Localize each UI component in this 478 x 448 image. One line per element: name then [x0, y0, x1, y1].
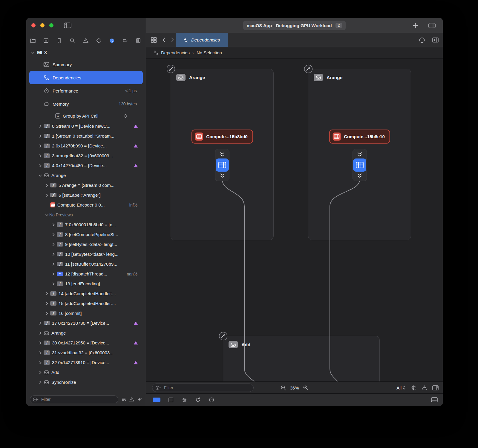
- tree-row[interactable]: ƒ31 vvaddfloat32 = [0x600003...: [26, 348, 146, 358]
- tree-row[interactable]: ƒ1 [Stream 0 setLabel:"Stream...: [26, 131, 146, 141]
- tab-dependencies[interactable]: Dependencies: [176, 33, 228, 47]
- sidebar-filter-field[interactable]: [30, 395, 118, 403]
- disclosure-toggle[interactable]: [44, 193, 49, 197]
- breakpoint-navigator-icon[interactable]: [121, 38, 129, 44]
- disclosure-toggle[interactable]: [38, 371, 43, 374]
- disclosure-toggle[interactable]: [51, 243, 56, 246]
- tree-row[interactable]: ƒ10 [setBytes:<data> leng...: [26, 249, 146, 259]
- graph-mode-button[interactable]: [153, 398, 160, 402]
- tree-row[interactable]: ƒ3 arangefloat32 = [0x600003...: [26, 151, 146, 161]
- close-button[interactable]: [31, 23, 36, 27]
- tree-row[interactable]: ƒ16 [commit]: [26, 308, 146, 318]
- forward-icon[interactable]: [171, 37, 174, 42]
- graph-group-arange-right[interactable]: Arange Compute...15b8e10: [308, 69, 411, 240]
- tree-row[interactable]: ƒ0 Stream 0 = [Device newC...: [26, 121, 146, 131]
- new-tab-icon[interactable]: [413, 23, 418, 28]
- breadcrumb-item[interactable]: Dependencies: [161, 50, 190, 55]
- show-issues-icon[interactable]: [129, 397, 134, 402]
- group-by-control[interactable]: C Group by API Call: [26, 110, 146, 121]
- kernel-output-pill[interactable]: [215, 149, 229, 181]
- tree-row[interactable]: ƒ32 0x142713910 = [Device...: [26, 358, 146, 367]
- disclosure-toggle[interactable]: [38, 331, 43, 335]
- tree-row[interactable]: ƒ11 [setBuffer:0x14270b9...: [26, 259, 146, 269]
- disclosure-toggle[interactable]: [44, 312, 49, 315]
- inspector-toggle-icon[interactable]: [428, 23, 436, 28]
- sidebar-item-memory[interactable]: Memory 120 bytes: [26, 97, 146, 110]
- tree-row[interactable]: No Previews: [26, 210, 146, 220]
- collapse-group-icon[interactable]: [219, 332, 228, 341]
- disclosure-toggle[interactable]: [51, 233, 56, 236]
- disclosure-toggle[interactable]: [38, 164, 43, 167]
- debug-bug-icon[interactable]: [181, 397, 187, 403]
- zoom-out-icon[interactable]: [280, 385, 286, 391]
- disclosure-toggle[interactable]: [38, 351, 43, 355]
- tree-root-row[interactable]: MLX: [26, 48, 47, 58]
- sidebar-item-summary[interactable]: Summary: [26, 58, 146, 71]
- pipeline-navigator-icon[interactable]: [42, 38, 50, 44]
- collapse-group-icon[interactable]: [166, 64, 175, 73]
- disclosure-toggle[interactable]: [51, 262, 56, 266]
- graph-group-add[interactable]: Add: [223, 336, 380, 381]
- tree-row[interactable]: Add: [26, 367, 146, 377]
- tab-overview-icon[interactable]: [151, 37, 157, 43]
- disclosure-toggle[interactable]: [38, 144, 43, 148]
- disclosure-toggle[interactable]: [51, 272, 56, 276]
- minimize-button[interactable]: [40, 23, 45, 27]
- compute-encoder-node[interactable]: Compute...15b8e10: [329, 130, 390, 144]
- disclosure-toggle[interactable]: [38, 361, 43, 364]
- region-select-icon[interactable]: [168, 397, 174, 403]
- tree-row[interactable]: ƒ4 0x14270d480 = [Device...: [26, 161, 146, 170]
- tree-row[interactable]: ƒ14 [addCompletedHandler:...: [26, 289, 146, 298]
- tree-row[interactable]: ƒ7 0x6000015b8bd0 = [c...: [26, 220, 146, 230]
- group-by-stepper-icon[interactable]: [124, 113, 127, 118]
- search-navigator-icon[interactable]: [68, 38, 76, 44]
- tree-row[interactable]: Compute Encoder 0 0...inf%: [26, 200, 146, 210]
- tree-row[interactable]: Arange: [26, 328, 146, 338]
- settings-gear-icon[interactable]: [411, 385, 416, 391]
- refresh-capture-icon[interactable]: [195, 397, 201, 403]
- tree-row[interactable]: ƒ17 0x142710730 = [Device...: [26, 318, 146, 328]
- disclosure-toggle[interactable]: [44, 292, 49, 295]
- zoom-in-icon[interactable]: [303, 385, 309, 391]
- back-icon[interactable]: [162, 37, 166, 42]
- tree-row[interactable]: ƒ8 [setComputePipelineSt...: [26, 230, 146, 239]
- tree-row[interactable]: ƒ9 [setBytes:<data> lengt...: [26, 239, 146, 249]
- disclosure-toggle[interactable]: [51, 282, 56, 286]
- disclosure-toggle[interactable]: [38, 134, 43, 138]
- disclosure-toggle[interactable]: [44, 302, 49, 305]
- tree-row[interactable]: ƒ15 [addCompletedHandler:...: [26, 298, 146, 308]
- disclosure-toggle[interactable]: [51, 253, 56, 256]
- console-panel-icon[interactable]: [431, 397, 438, 402]
- sidebar-filter-input[interactable]: [41, 397, 115, 402]
- tree-row[interactable]: ƒ6 [setLabel:"Arange"]: [26, 190, 146, 200]
- dependency-graph-canvas[interactable]: Arange Compute...15b8bd0: [146, 58, 443, 381]
- disclosure-toggle[interactable]: [38, 341, 43, 345]
- chevron-down-icon[interactable]: [31, 51, 35, 55]
- scope-selector[interactable]: All: [396, 385, 406, 390]
- zoom-button[interactable]: [49, 23, 53, 27]
- issues-warning-icon[interactable]: [422, 385, 427, 390]
- performance-gauge-icon[interactable]: [209, 397, 215, 403]
- collapse-group-icon[interactable]: [304, 64, 313, 73]
- disclosure-toggle[interactable]: [38, 124, 43, 128]
- sidebar-item-dependencies[interactable]: Dependencies: [29, 71, 143, 84]
- more-options-icon[interactable]: [419, 37, 425, 43]
- tensor-grid-icon[interactable]: [216, 158, 229, 172]
- scheme-title[interactable]: macOS App - Debugging GPU Workload 2: [243, 21, 346, 30]
- graph-group-arange-left[interactable]: Arange Compute...15b8bd0: [171, 69, 274, 240]
- kernel-output-pill[interactable]: [353, 149, 367, 181]
- disclosure-toggle[interactable]: [44, 184, 49, 187]
- sparkle-filter-icon[interactable]: [137, 397, 142, 402]
- test-navigator-icon[interactable]: [95, 38, 103, 44]
- graph-filter-input[interactable]: [164, 385, 250, 390]
- issues-navigator-icon[interactable]: [82, 38, 90, 44]
- tensor-grid-icon[interactable]: [353, 158, 366, 172]
- tree-row[interactable]: 12 [dispatchThread...nan%: [26, 269, 146, 279]
- tree-row[interactable]: ƒ13 [endEncoding]: [26, 279, 146, 289]
- project-navigator-icon[interactable]: [29, 38, 37, 44]
- tree-row[interactable]: ƒ30 0x142712950 = [Device...: [26, 338, 146, 348]
- compute-encoder-node[interactable]: Compute...15b8bd0: [191, 130, 253, 144]
- disclosure-toggle[interactable]: [38, 381, 43, 384]
- flatten-list-icon[interactable]: [121, 397, 126, 402]
- tree-row[interactable]: Arange: [26, 170, 146, 180]
